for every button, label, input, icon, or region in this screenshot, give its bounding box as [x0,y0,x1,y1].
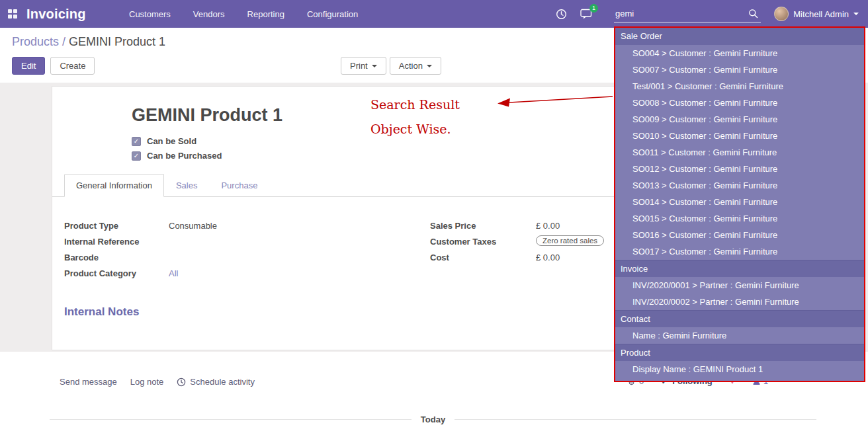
field-group-left: Product Type Consumable Internal Referen… [64,221,430,284]
tab-general-information[interactable]: General Information [64,174,164,197]
navbar-left: Invoicing [8,0,86,28]
tax-tag: Zero rated sales [536,235,604,246]
can-be-purchased-checkbox[interactable] [132,151,141,161]
dropdown-section-contact: Contact [615,310,864,327]
menu-configuration[interactable]: Configuration [307,9,358,19]
annotation-arrow [492,93,618,111]
today-label: Today [421,415,445,424]
menu-reporting[interactable]: Reporting [247,9,284,19]
menu-vendors[interactable]: Vendors [193,9,225,19]
search-result-item[interactable]: SO010 > Customer : Gemini Furniture [615,128,864,144]
print-button[interactable]: Print [341,57,386,75]
search-result-item[interactable]: SO007 > Customer : Gemini Furniture [615,61,864,78]
can-be-purchased-label: Can be Purchased [147,151,222,161]
menu-customers[interactable]: Customers [129,9,171,19]
activities-clock-icon[interactable] [556,9,567,20]
chatter-actions: Send message Log note Schedule activity [60,377,255,387]
systray: 1 [556,0,592,28]
search-result-item[interactable]: Name : Gemini Furniture [615,327,864,344]
edit-button[interactable]: Edit [12,57,45,75]
search-result-item[interactable]: INV/2020/0002 > Partner : Gemini Furnitu… [615,294,864,310]
action-button[interactable]: Action [390,57,441,75]
breadcrumb-separator: / [62,35,65,48]
search-result-item[interactable]: SO016 > Customer : Gemini Furniture [615,227,864,243]
chevron-down-icon [372,65,377,67]
field-product-category: Product Category All [64,268,430,280]
schedule-activity-link[interactable]: Schedule activity [177,377,255,387]
form-buttons: Edit Create [12,57,95,75]
annotation-line-1: Search Result [370,93,460,117]
messages-badge: 1 [589,4,598,13]
app-name[interactable]: Invoicing [26,7,86,22]
breadcrumb: Products/GEMINI Product 1 [12,35,165,49]
action-buttons: Print Action [341,57,441,75]
field-product-type: Product Type Consumable [64,221,430,232]
tab-purchase[interactable]: Purchase [209,174,269,197]
clock-icon [177,377,186,387]
messages-icon[interactable]: 1 [580,9,592,20]
chevron-down-icon [853,13,859,15]
search-result-item[interactable]: SO017 > Customer : Gemini Furniture [615,243,864,260]
tab-sales[interactable]: Sales [164,174,210,197]
top-navbar: Invoicing Customers Vendors Reporting Co… [0,0,868,28]
create-button[interactable]: Create [50,57,95,75]
apps-menu-icon[interactable] [8,9,17,19]
send-message-link[interactable]: Send message [60,377,117,387]
search-result-item[interactable]: SO013 > Customer : Gemini Furniture [615,177,864,194]
search-result-item[interactable]: Display Name : GEMINI Product 1 [615,361,864,377]
log-note-link[interactable]: Log note [130,377,164,387]
breadcrumb-products-link[interactable]: Products [12,35,59,48]
today-divider: Today [50,415,816,424]
annotation-text: Search Result Object Wise. [370,93,460,141]
screen: Invoicing Customers Vendors Reporting Co… [0,0,868,435]
can-be-sold-label: Can be Sold [147,136,196,146]
annotation-line-2: Object Wise. [370,117,460,141]
search-results-dropdown: Sale Order SO004 > Customer : Gemini Fur… [614,26,865,382]
field-barcode: Barcode [64,253,430,264]
dropdown-section-sale-order: Sale Order [615,28,864,45]
search-result-item[interactable]: SO011 > Customer : Gemini Furniture [615,144,864,161]
search-result-item[interactable]: INV/2020/0001 > Partner : Gemini Furnitu… [615,277,864,294]
navbar-menus: Customers Vendors Reporting Configuratio… [129,0,358,28]
search-result-item[interactable]: SO014 > Customer : Gemini Furniture [615,194,864,210]
field-internal-reference: Internal Reference [64,237,430,248]
user-menu[interactable]: Mitchell Admin [774,0,859,28]
search-result-item[interactable]: Test/001 > Customer : Gemini Furniture [615,78,864,95]
search-result-item[interactable]: SO015 > Customer : Gemini Furniture [615,210,864,227]
search-icon[interactable] [748,9,758,20]
search-result-item[interactable]: SO004 > Customer : Gemini Furniture [615,45,864,61]
dropdown-section-product: Product [615,344,864,361]
can-be-sold-checkbox[interactable] [132,137,141,146]
product-category-link[interactable]: All [169,268,178,278]
breadcrumb-current: GEMINI Product 1 [69,35,165,48]
search-result-item[interactable]: SO008 > Customer : Gemini Furniture [615,95,864,111]
navbar-search [614,5,761,22]
search-input[interactable] [614,5,761,22]
search-result-item[interactable]: SO012 > Customer : Gemini Furniture [615,161,864,177]
user-name: Mitchell Admin [793,9,849,19]
chevron-down-icon [427,65,432,67]
search-result-item[interactable]: SO009 > Customer : Gemini Furniture [615,111,864,128]
dropdown-section-invoice: Invoice [615,260,864,277]
user-avatar [774,7,789,21]
